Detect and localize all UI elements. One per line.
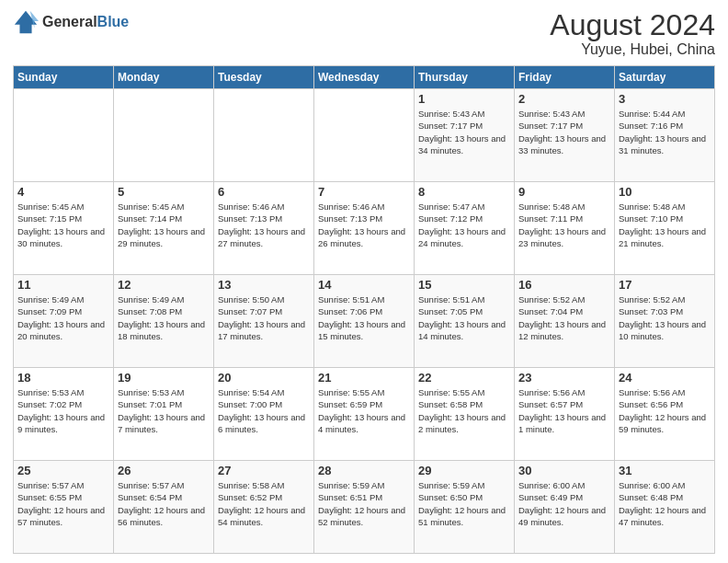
week-row-1: 1Sunrise: 5:43 AM Sunset: 7:17 PM Daylig… bbox=[14, 89, 715, 182]
week-row-2: 4Sunrise: 5:45 AM Sunset: 7:15 PM Daylig… bbox=[14, 182, 715, 275]
day-number: 15 bbox=[418, 278, 510, 292]
calendar-cell bbox=[114, 89, 214, 182]
day-number: 8 bbox=[418, 185, 510, 199]
day-number: 12 bbox=[118, 278, 210, 292]
calendar-cell: 7Sunrise: 5:46 AM Sunset: 7:13 PM Daylig… bbox=[314, 182, 415, 275]
week-row-5: 25Sunrise: 5:57 AM Sunset: 6:55 PM Dayli… bbox=[14, 461, 715, 554]
header-day-monday: Monday bbox=[114, 66, 214, 89]
calendar-cell: 22Sunrise: 5:55 AM Sunset: 6:58 PM Dayli… bbox=[415, 368, 515, 461]
header: GeneralBlue August 2024 Yuyue, Hubei, Ch… bbox=[13, 9, 715, 58]
title-block: August 2024 Yuyue, Hubei, China bbox=[550, 9, 715, 58]
day-number: 4 bbox=[17, 185, 109, 199]
day-info: Sunrise: 6:00 AM Sunset: 6:48 PM Dayligh… bbox=[619, 479, 711, 528]
calendar-cell: 29Sunrise: 5:59 AM Sunset: 6:50 PM Dayli… bbox=[415, 461, 515, 554]
header-day-wednesday: Wednesday bbox=[314, 66, 415, 89]
day-number: 16 bbox=[518, 278, 610, 292]
calendar-cell bbox=[214, 89, 314, 182]
day-number: 29 bbox=[418, 464, 510, 477]
day-number: 20 bbox=[218, 371, 310, 385]
day-number: 26 bbox=[118, 464, 210, 477]
header-row: SundayMondayTuesdayWednesdayThursdayFrid… bbox=[14, 66, 715, 89]
day-info: Sunrise: 5:55 AM Sunset: 6:58 PM Dayligh… bbox=[418, 386, 510, 435]
calendar-cell: 8Sunrise: 5:47 AM Sunset: 7:12 PM Daylig… bbox=[415, 182, 515, 275]
logo: GeneralBlue bbox=[13, 9, 129, 35]
calendar-cell bbox=[14, 89, 114, 182]
calendar-cell: 5Sunrise: 5:45 AM Sunset: 7:14 PM Daylig… bbox=[114, 182, 214, 275]
calendar-cell bbox=[314, 89, 415, 182]
calendar-cell: 21Sunrise: 5:55 AM Sunset: 6:59 PM Dayli… bbox=[314, 368, 415, 461]
day-info: Sunrise: 5:52 AM Sunset: 7:03 PM Dayligh… bbox=[619, 293, 711, 342]
day-info: Sunrise: 5:49 AM Sunset: 7:08 PM Dayligh… bbox=[118, 293, 210, 342]
day-info: Sunrise: 5:55 AM Sunset: 6:59 PM Dayligh… bbox=[318, 386, 410, 435]
day-info: Sunrise: 5:43 AM Sunset: 7:17 PM Dayligh… bbox=[418, 108, 510, 156]
calendar-cell: 24Sunrise: 5:56 AM Sunset: 6:56 PM Dayli… bbox=[615, 368, 715, 461]
calendar-cell: 19Sunrise: 5:53 AM Sunset: 7:01 PM Dayli… bbox=[114, 368, 214, 461]
day-info: Sunrise: 5:43 AM Sunset: 7:17 PM Dayligh… bbox=[518, 108, 610, 156]
day-info: Sunrise: 5:54 AM Sunset: 7:00 PM Dayligh… bbox=[218, 386, 310, 435]
calendar-cell: 14Sunrise: 5:51 AM Sunset: 7:06 PM Dayli… bbox=[314, 275, 415, 368]
day-number: 6 bbox=[218, 185, 310, 199]
header-day-tuesday: Tuesday bbox=[214, 66, 314, 89]
main-title: August 2024 bbox=[550, 9, 715, 41]
week-row-4: 18Sunrise: 5:53 AM Sunset: 7:02 PM Dayli… bbox=[14, 368, 715, 461]
calendar-cell: 9Sunrise: 5:48 AM Sunset: 7:11 PM Daylig… bbox=[515, 182, 615, 275]
day-number: 23 bbox=[518, 371, 610, 385]
calendar-cell: 10Sunrise: 5:48 AM Sunset: 7:10 PM Dayli… bbox=[615, 182, 715, 275]
day-info: Sunrise: 5:56 AM Sunset: 6:57 PM Dayligh… bbox=[518, 386, 610, 435]
header-day-sunday: Sunday bbox=[14, 66, 114, 89]
logo-icon bbox=[13, 9, 39, 35]
calendar-cell: 11Sunrise: 5:49 AM Sunset: 7:09 PM Dayli… bbox=[14, 275, 114, 368]
day-number: 28 bbox=[318, 464, 410, 477]
calendar-cell: 2Sunrise: 5:43 AM Sunset: 7:17 PM Daylig… bbox=[515, 89, 615, 182]
calendar-cell: 6Sunrise: 5:46 AM Sunset: 7:13 PM Daylig… bbox=[214, 182, 314, 275]
header-day-saturday: Saturday bbox=[615, 66, 715, 89]
week-row-3: 11Sunrise: 5:49 AM Sunset: 7:09 PM Dayli… bbox=[14, 275, 715, 368]
day-number: 13 bbox=[218, 278, 310, 292]
calendar-cell: 26Sunrise: 5:57 AM Sunset: 6:54 PM Dayli… bbox=[114, 461, 214, 554]
day-info: Sunrise: 5:52 AM Sunset: 7:04 PM Dayligh… bbox=[518, 293, 610, 342]
calendar-cell: 4Sunrise: 5:45 AM Sunset: 7:15 PM Daylig… bbox=[14, 182, 114, 275]
calendar-cell: 23Sunrise: 5:56 AM Sunset: 6:57 PM Dayli… bbox=[515, 368, 615, 461]
day-number: 24 bbox=[619, 371, 711, 385]
header-day-thursday: Thursday bbox=[415, 66, 515, 89]
day-info: Sunrise: 5:48 AM Sunset: 7:10 PM Dayligh… bbox=[619, 201, 711, 249]
calendar-cell: 15Sunrise: 5:51 AM Sunset: 7:05 PM Dayli… bbox=[415, 275, 515, 368]
day-number: 11 bbox=[17, 278, 109, 292]
day-number: 18 bbox=[17, 371, 109, 385]
day-info: Sunrise: 5:57 AM Sunset: 6:54 PM Dayligh… bbox=[118, 479, 210, 528]
calendar-table: SundayMondayTuesdayWednesdayThursdayFrid… bbox=[13, 65, 715, 554]
day-number: 31 bbox=[619, 464, 711, 477]
day-info: Sunrise: 6:00 AM Sunset: 6:49 PM Dayligh… bbox=[518, 479, 610, 528]
day-info: Sunrise: 5:59 AM Sunset: 6:50 PM Dayligh… bbox=[418, 479, 510, 528]
page: GeneralBlue August 2024 Yuyue, Hubei, Ch… bbox=[0, 0, 728, 563]
day-info: Sunrise: 5:46 AM Sunset: 7:13 PM Dayligh… bbox=[318, 201, 410, 249]
day-info: Sunrise: 5:59 AM Sunset: 6:51 PM Dayligh… bbox=[318, 479, 410, 528]
day-info: Sunrise: 5:51 AM Sunset: 7:05 PM Dayligh… bbox=[418, 293, 510, 342]
day-info: Sunrise: 5:50 AM Sunset: 7:07 PM Dayligh… bbox=[218, 293, 310, 342]
day-number: 27 bbox=[218, 464, 310, 477]
day-info: Sunrise: 5:58 AM Sunset: 6:52 PM Dayligh… bbox=[218, 479, 310, 528]
day-info: Sunrise: 5:44 AM Sunset: 7:16 PM Dayligh… bbox=[619, 108, 711, 156]
calendar-cell: 30Sunrise: 6:00 AM Sunset: 6:49 PM Dayli… bbox=[515, 461, 615, 554]
day-info: Sunrise: 5:53 AM Sunset: 7:02 PM Dayligh… bbox=[17, 386, 109, 435]
day-number: 9 bbox=[518, 185, 610, 199]
calendar-cell: 17Sunrise: 5:52 AM Sunset: 7:03 PM Dayli… bbox=[615, 275, 715, 368]
day-info: Sunrise: 5:51 AM Sunset: 7:06 PM Dayligh… bbox=[318, 293, 410, 342]
day-info: Sunrise: 5:53 AM Sunset: 7:01 PM Dayligh… bbox=[118, 386, 210, 435]
day-info: Sunrise: 5:57 AM Sunset: 6:55 PM Dayligh… bbox=[17, 479, 109, 528]
calendar-cell: 25Sunrise: 5:57 AM Sunset: 6:55 PM Dayli… bbox=[14, 461, 114, 554]
day-number: 25 bbox=[17, 464, 109, 477]
day-number: 19 bbox=[118, 371, 210, 385]
calendar-cell: 18Sunrise: 5:53 AM Sunset: 7:02 PM Dayli… bbox=[14, 368, 114, 461]
calendar-cell: 20Sunrise: 5:54 AM Sunset: 7:00 PM Dayli… bbox=[214, 368, 314, 461]
day-number: 5 bbox=[118, 185, 210, 199]
day-info: Sunrise: 5:45 AM Sunset: 7:15 PM Dayligh… bbox=[17, 201, 109, 249]
header-day-friday: Friday bbox=[515, 66, 615, 89]
day-number: 3 bbox=[619, 92, 711, 106]
calendar-cell: 31Sunrise: 6:00 AM Sunset: 6:48 PM Dayli… bbox=[615, 461, 715, 554]
sub-title: Yuyue, Hubei, China bbox=[550, 41, 715, 58]
day-info: Sunrise: 5:56 AM Sunset: 6:56 PM Dayligh… bbox=[619, 386, 711, 435]
day-info: Sunrise: 5:45 AM Sunset: 7:14 PM Dayligh… bbox=[118, 201, 210, 249]
calendar-cell: 13Sunrise: 5:50 AM Sunset: 7:07 PM Dayli… bbox=[214, 275, 314, 368]
day-info: Sunrise: 5:48 AM Sunset: 7:11 PM Dayligh… bbox=[518, 201, 610, 249]
